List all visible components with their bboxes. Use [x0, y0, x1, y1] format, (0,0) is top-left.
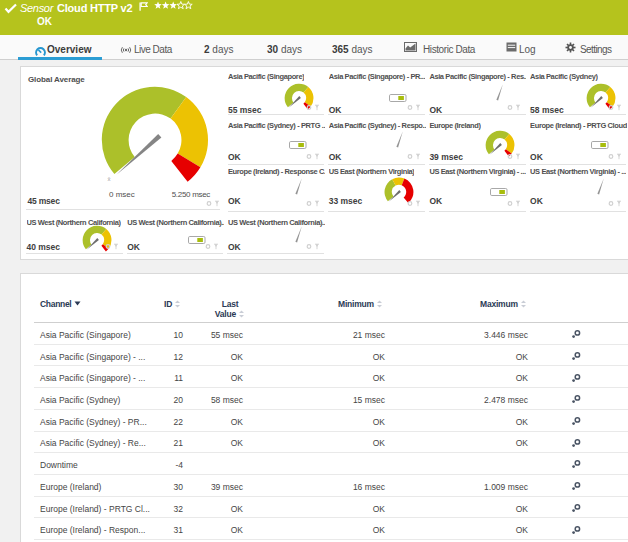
svg-text:x̄: x̄ — [108, 176, 111, 182]
